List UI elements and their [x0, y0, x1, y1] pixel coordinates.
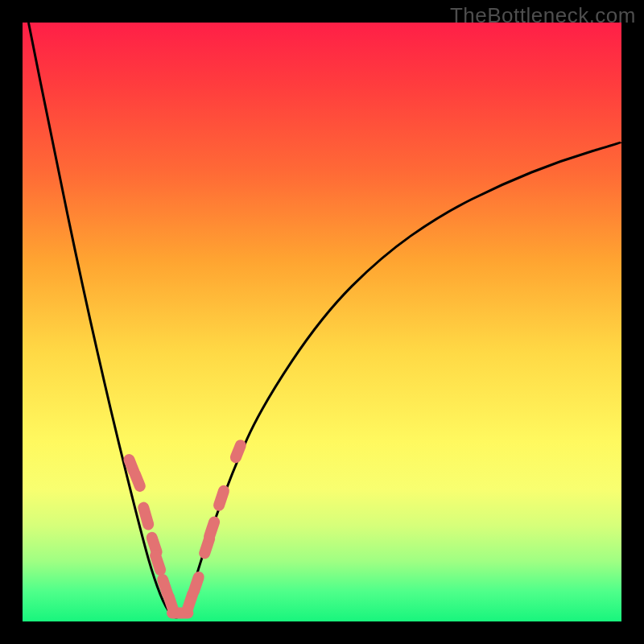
watermark-text: TheBottleneck.com — [450, 3, 636, 28]
segment-left-3 — [143, 508, 148, 525]
segment-left-5 — [155, 555, 160, 570]
segment-left-4 — [152, 538, 157, 552]
chart-svg — [23, 23, 621, 621]
segment-right-6 — [236, 445, 241, 457]
bottleneck-curve — [28, 23, 621, 617]
dots-group — [129, 445, 240, 613]
segment-right-4 — [209, 522, 214, 536]
segment-left-2 — [135, 474, 140, 486]
frame: TheBottleneck.com — [0, 0, 644, 644]
segment-right-5 — [219, 491, 224, 506]
plot-area — [23, 23, 621, 621]
segment-right-2 — [194, 577, 199, 592]
